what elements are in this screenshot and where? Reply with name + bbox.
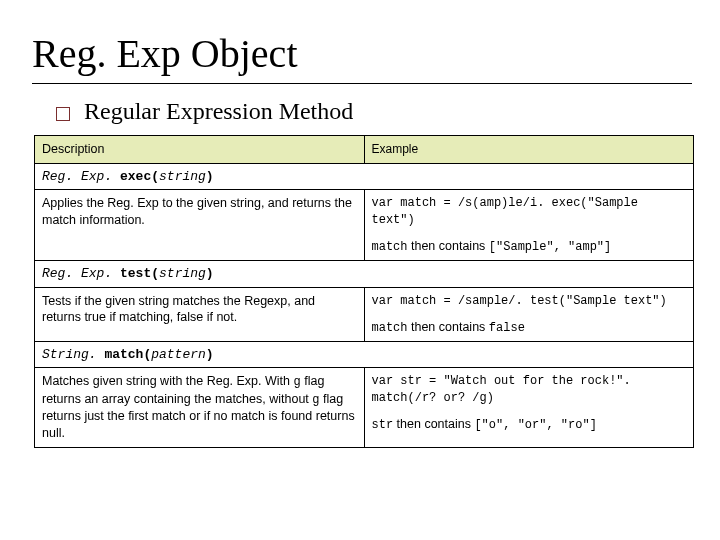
table-row: Reg. Exp. exec(string)	[35, 163, 694, 190]
result-text: then contains	[408, 239, 489, 253]
result-value: ["o", "or", "ro"]	[474, 418, 596, 432]
slide-subtitle: Regular Expression Method	[84, 98, 353, 125]
result-var: match	[372, 240, 408, 254]
desc-code: g	[294, 375, 301, 389]
example-result: str then contains ["o", "or", "ro"]	[372, 416, 687, 433]
table-header-row: Description Example	[35, 136, 694, 164]
sig-object: Reg. Exp.	[42, 266, 112, 281]
desc-text: Matches given string with the Reg. Exp. …	[42, 374, 294, 388]
result-value: ["Sample", "amp"]	[489, 240, 611, 254]
table-row: Tests if the given string matches the Re…	[35, 287, 694, 341]
sig-arg: pattern	[151, 347, 206, 362]
sig-arg: string	[159, 169, 206, 184]
method-example: var match = /s(amp)le/i. exec("Sample te…	[364, 190, 694, 261]
table-row: Reg. Exp. test(string)	[35, 260, 694, 287]
table-row: String. match(pattern)	[35, 341, 694, 368]
sig-method: match(	[97, 347, 152, 362]
example-code: var match = /sample/. test("Sample text"…	[372, 293, 687, 309]
subtitle-row: Regular Expression Method	[56, 98, 692, 125]
sig-close: )	[206, 347, 214, 362]
method-description: Applies the Reg. Exp to the given string…	[35, 190, 365, 261]
sig-arg: string	[159, 266, 206, 281]
example-code: var str = "Watch out for the rock!". mat…	[372, 373, 687, 405]
bullet-icon	[56, 107, 70, 121]
method-signature: Reg. Exp. test(string)	[35, 260, 694, 287]
desc-code: g	[312, 393, 319, 407]
result-text: then contains	[408, 320, 489, 334]
result-value: false	[489, 321, 525, 335]
sig-close: )	[206, 266, 214, 281]
sig-method: test(	[112, 266, 159, 281]
methods-table: Description Example Reg. Exp. exec(strin…	[34, 135, 694, 448]
method-description: Tests if the given string matches the Re…	[35, 287, 365, 341]
slide-title: Reg. Exp Object	[32, 30, 692, 84]
header-description: Description	[35, 136, 365, 164]
result-var: str	[372, 418, 394, 432]
sig-method: exec(	[112, 169, 159, 184]
method-signature: String. match(pattern)	[35, 341, 694, 368]
method-signature: Reg. Exp. exec(string)	[35, 163, 694, 190]
example-result: match then contains false	[372, 319, 687, 336]
result-var: match	[372, 321, 408, 335]
sig-object: Reg. Exp.	[42, 169, 112, 184]
result-text: then contains	[393, 417, 474, 431]
header-example: Example	[364, 136, 694, 164]
example-result: match then contains ["Sample", "amp"]	[372, 238, 687, 255]
method-example: var str = "Watch out for the rock!". mat…	[364, 368, 694, 447]
sig-object: String.	[42, 347, 97, 362]
method-description: Matches given string with the Reg. Exp. …	[35, 368, 365, 447]
table-row: Applies the Reg. Exp to the given string…	[35, 190, 694, 261]
example-code: var match = /s(amp)le/i. exec("Sample te…	[372, 195, 687, 227]
sig-close: )	[206, 169, 214, 184]
table-row: Matches given string with the Reg. Exp. …	[35, 368, 694, 447]
method-example: var match = /sample/. test("Sample text"…	[364, 287, 694, 341]
